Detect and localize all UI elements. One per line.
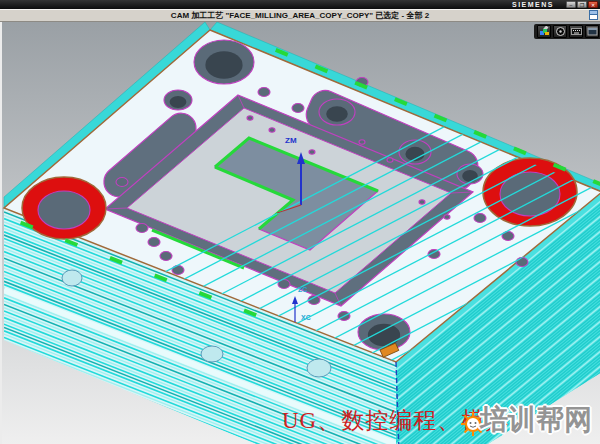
restore-button[interactable]: ❐ [577, 1, 587, 8]
window-icon [587, 26, 598, 37]
wcs-z-label: ZC [298, 286, 307, 293]
mcs-z-label: ZM [285, 136, 297, 145]
window-button[interactable] [585, 25, 599, 38]
status-message: CAM 加工工艺 "FACE_MILLING_AREA_COPY_COPY" 已… [171, 10, 429, 21]
minimize-button[interactable]: – [566, 1, 576, 8]
app-window: SIEMENS – ❐ ✕ CAM 加工工艺 "FACE_MILLING_ARE… [0, 0, 600, 444]
siemens-logo: SIEMENS [512, 0, 554, 9]
cad-scene[interactable] [2, 22, 600, 444]
status-bar: CAM 加工工艺 "FACE_MILLING_AREA_COPY_COPY" 已… [0, 9, 600, 22]
view-toolbar [534, 24, 600, 39]
window-controls: – ❐ ✕ [566, 1, 598, 8]
watermark: 培训帮网 [452, 401, 592, 439]
dial-icon [555, 26, 566, 37]
prompt-dock-icon[interactable] [589, 10, 598, 20]
dial-button[interactable] [553, 25, 567, 38]
brush-button[interactable] [537, 25, 551, 38]
close-button[interactable]: ✕ [588, 1, 598, 8]
watermark-text: 培训帮网 [480, 404, 592, 435]
keyboard-icon [571, 26, 582, 37]
brush-icon [539, 26, 550, 37]
graphics-viewport[interactable]: ZM ZC XC UG、数控编程、模具 培训帮网 [0, 22, 600, 444]
wcs-x-label: XC [301, 314, 311, 321]
keyboard-button[interactable] [569, 25, 583, 38]
title-bar: SIEMENS – ❐ ✕ [0, 0, 600, 9]
